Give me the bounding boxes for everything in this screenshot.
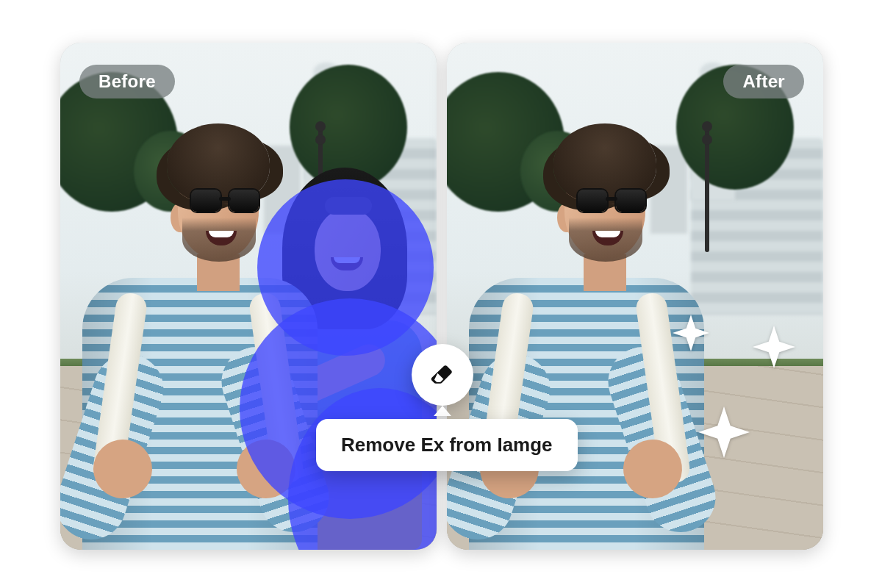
lamp-post [705, 127, 709, 252]
after-panel: After [447, 43, 823, 550]
sparkle-icon [673, 315, 709, 351]
after-badge: After [723, 65, 804, 98]
before-badge: Before [79, 65, 175, 98]
sparkle-icon [753, 326, 795, 368]
main-subject [60, 123, 318, 550]
before-after-compare: Before [0, 0, 882, 588]
sparkle-icon [698, 406, 750, 458]
eraser-icon [430, 362, 455, 387]
tool-tooltip: Remove Ex from Iamge [316, 419, 578, 471]
before-panel: Before [60, 43, 437, 550]
main-subject [447, 123, 704, 550]
erase-tool-button[interactable] [412, 344, 473, 406]
